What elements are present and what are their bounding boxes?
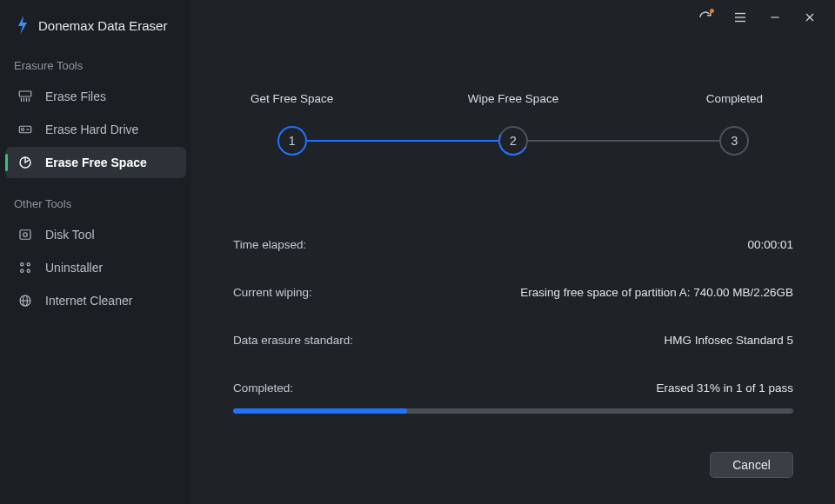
svg-point-10	[23, 233, 28, 237]
time-elapsed-value: 00:00:01	[747, 238, 793, 251]
sidebar-item-label: Erase Free Space	[45, 156, 147, 169]
shredder-icon	[17, 89, 33, 104]
time-elapsed-label: Time elapsed:	[233, 238, 306, 251]
sidebar-item-erase-hard-drive[interactable]: Erase Hard Drive	[5, 114, 186, 145]
step-number: 3	[731, 134, 738, 148]
row-standard: Data erasure standard: HMG Infosec Stand…	[233, 334, 793, 347]
step-circle-3: 3	[719, 126, 749, 156]
section-other-tools: Other Tools	[0, 190, 191, 219]
completed-label: Completed:	[233, 381, 293, 395]
disk-icon	[17, 227, 33, 242]
standard-value: HMG Infosec Standard 5	[664, 334, 793, 347]
row-current-wiping: Current wiping: Erasing free space of pa…	[233, 286, 793, 299]
svg-rect-0	[19, 91, 31, 96]
globe-icon	[17, 293, 33, 308]
info-block: Time elapsed: 00:00:01 Current wiping: E…	[233, 238, 793, 414]
update-icon[interactable]	[696, 8, 715, 27]
step-label-2: Wipe Free Space	[468, 92, 558, 105]
sidebar-item-label: Internet Cleaner	[45, 294, 132, 308]
pie-chart-icon	[17, 155, 33, 170]
svg-point-14	[27, 269, 30, 272]
row-completed: Completed: Erased 31% in 1 of 1 pass	[233, 381, 793, 395]
step-number: 2	[510, 134, 517, 148]
sidebar: Donemax Data Eraser Erasure Tools Erase …	[0, 0, 191, 504]
svg-point-11	[21, 263, 23, 266]
footer: Cancel	[191, 452, 835, 504]
completed-value: Erased 31% in 1 of 1 pass	[656, 381, 793, 395]
minimize-icon[interactable]	[765, 8, 785, 27]
sidebar-item-disk-tool[interactable]: Disk Tool	[5, 219, 186, 250]
hard-drive-icon	[17, 122, 33, 137]
svg-point-13	[21, 269, 23, 272]
nav-erasure: Erase Files Erase Hard Drive Erase Free …	[0, 81, 191, 190]
apps-grid-icon	[17, 260, 33, 275]
notification-dot-icon	[710, 9, 714, 13]
svg-point-6	[22, 129, 24, 131]
main-area: Get Free Space Wipe Free Space Completed…	[191, 0, 835, 504]
current-wiping-value: Erasing free space of partition A: 740.0…	[520, 286, 793, 299]
sidebar-item-erase-files[interactable]: Erase Files	[5, 81, 186, 112]
step-circle-1: 1	[277, 126, 307, 156]
progress-fill	[233, 408, 407, 414]
step-label-3: Completed	[706, 92, 763, 105]
svg-point-12	[27, 263, 30, 266]
cancel-button[interactable]: Cancel	[710, 452, 793, 478]
current-wiping-label: Current wiping:	[233, 286, 312, 299]
sidebar-item-label: Disk Tool	[45, 228, 95, 242]
sidebar-item-label: Erase Hard Drive	[45, 123, 138, 136]
menu-icon[interactable]	[731, 8, 750, 27]
app-title: Donemax Data Eraser	[38, 18, 167, 33]
standard-label: Data erasure standard:	[233, 334, 353, 347]
step-label-1: Get Free Space	[250, 92, 333, 105]
brand: Donemax Data Eraser	[0, 12, 191, 52]
svg-rect-9	[20, 230, 30, 240]
row-completed-block: Completed: Erased 31% in 1 of 1 pass	[233, 381, 793, 414]
titlebar	[191, 0, 835, 35]
progress-bar	[233, 408, 793, 414]
step-number: 1	[289, 134, 296, 148]
sidebar-item-uninstaller[interactable]: Uninstaller	[5, 252, 186, 283]
sidebar-item-label: Erase Files	[45, 90, 106, 103]
sidebar-item-erase-free-space[interactable]: Erase Free Space	[5, 147, 186, 178]
stepper: Get Free Space Wipe Free Space Completed…	[233, 92, 793, 156]
close-icon[interactable]	[800, 8, 819, 27]
nav-other: Disk Tool Uninstaller Internet Cleaner	[0, 219, 191, 328]
step-circle-2: 2	[498, 126, 528, 156]
section-erasure-tools: Erasure Tools	[0, 52, 191, 81]
cancel-button-label: Cancel	[732, 458, 771, 472]
app-logo-icon	[16, 16, 30, 35]
content: Get Free Space Wipe Free Space Completed…	[191, 35, 835, 452]
sidebar-item-internet-cleaner[interactable]: Internet Cleaner	[5, 285, 186, 316]
sidebar-item-label: Uninstaller	[45, 261, 103, 275]
row-time-elapsed: Time elapsed: 00:00:01	[233, 238, 793, 251]
